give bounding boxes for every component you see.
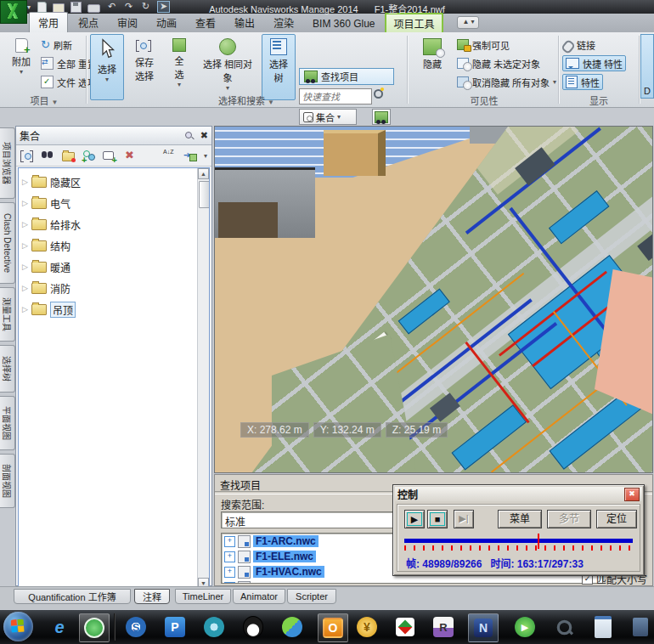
timeline-bar[interactable]: [404, 539, 633, 543]
select-button[interactable]: 选择 ▾: [90, 34, 124, 100]
pin-icon[interactable]: [184, 131, 194, 140]
orange-o-app-icon[interactable]: O: [318, 613, 348, 642]
coin-app-icon[interactable]: ¥: [355, 615, 379, 639]
save-icon[interactable]: [70, 2, 82, 13]
scroll-up-icon[interactable]: ▲: [198, 168, 209, 179]
timeline-marker[interactable]: [538, 534, 539, 549]
redo-icon[interactable]: ↷: [123, 2, 134, 12]
quick-properties-button[interactable]: 快捷 特性: [562, 55, 626, 71]
fetion-icon[interactable]: [280, 615, 304, 639]
viewport-3d[interactable]: X: 278.62 m Y: 132.24 m Z: 25.19 m: [214, 126, 653, 473]
set-folder-row[interactable]: ▷ 电气: [22, 195, 70, 212]
tencent-video-icon[interactable]: ▶: [513, 615, 537, 639]
menu-button[interactable]: 菜单: [498, 510, 542, 528]
save-search-as-set-icon[interactable]: [41, 149, 55, 162]
sidebar-tab-project-browser[interactable]: 项目浏览器: [0, 127, 15, 199]
expand-icon[interactable]: ▷: [22, 305, 28, 314]
sort-icon[interactable]: A↓Z: [163, 149, 178, 162]
set-folder-row[interactable]: ▷ 结构: [22, 237, 70, 254]
tab-scripter[interactable]: Scripter: [287, 589, 336, 604]
tab-bim360glue[interactable]: BIM 360 Glue: [304, 15, 383, 32]
select-all-button[interactable]: 全 选 ▾: [165, 34, 194, 100]
application-menu-button[interactable]: [0, 0, 27, 24]
expand-plus-icon[interactable]: +: [224, 551, 235, 562]
tab-animator[interactable]: Animator: [233, 589, 285, 604]
find-items-button[interactable]: 查找项目: [299, 68, 394, 85]
locate-button[interactable]: 定位: [596, 510, 637, 528]
select-same-button[interactable]: 选择 相同对象 ▾: [195, 34, 260, 100]
links-button[interactable]: 链接: [562, 37, 595, 52]
control-dialog-titlebar[interactable]: 控制 ✖: [395, 487, 642, 501]
calculator-icon[interactable]: [629, 615, 652, 639]
ribbon-minimize-button[interactable]: ▲▾: [457, 16, 479, 29]
quick-find-search-button[interactable]: [374, 89, 383, 100]
print-icon[interactable]: [87, 4, 100, 13]
save-selection-button[interactable]: 保存 选择: [126, 34, 163, 100]
pps-icon[interactable]: P: [163, 615, 187, 639]
duplicate-set-icon[interactable]: [82, 149, 96, 162]
notepad-icon[interactable]: [591, 615, 615, 639]
expand-plus-icon[interactable]: +: [224, 582, 235, 585]
tab-item-tools[interactable]: 项目工具: [385, 13, 443, 32]
sidebar-tab-selection-tree[interactable]: 选择树: [0, 345, 15, 393]
tab-quantification[interactable]: Quantification 工作簿: [14, 589, 131, 604]
qq-icon[interactable]: [241, 615, 265, 639]
scrollbar-thumb[interactable]: [199, 181, 210, 208]
tab-output[interactable]: 输出: [226, 13, 263, 32]
media-diamond-app-icon[interactable]: [393, 615, 417, 639]
delete-set-icon[interactable]: ✖: [122, 149, 137, 162]
expand-icon[interactable]: ▷: [22, 178, 28, 186]
tab-viewpoint[interactable]: 视点: [70, 13, 107, 32]
import-export-dropdown-icon[interactable]: ▾: [204, 152, 207, 160]
group-project-label[interactable]: 项目▼: [8, 93, 80, 105]
new-folder-icon[interactable]: [61, 149, 76, 162]
properties-button[interactable]: 特性: [562, 74, 603, 90]
append-button[interactable]: 附加 ▾: [5, 34, 37, 100]
tab-render[interactable]: 渲染: [265, 13, 302, 32]
tab-animation[interactable]: 动画: [148, 13, 185, 32]
snipping-tool-icon[interactable]: [552, 615, 576, 639]
browser-360-icon[interactable]: [79, 613, 110, 642]
datatools-button-partial[interactable]: D: [640, 34, 654, 99]
new-file-icon[interactable]: [37, 2, 47, 13]
internet-explorer-icon[interactable]: e: [48, 615, 71, 639]
refresh-qat-icon[interactable]: ↻: [140, 2, 151, 12]
sets-dropdown[interactable]: 集合 ▾: [299, 109, 357, 125]
set-folder-row[interactable]: ▷ 消防: [22, 280, 70, 297]
close-icon[interactable]: ✖: [624, 488, 640, 501]
set-folder-row[interactable]: ▷ 隐藏区: [22, 173, 81, 190]
refresh-button[interactable]: ↻ 刷新: [41, 37, 72, 52]
tab-view[interactable]: 查看: [187, 13, 224, 32]
save-selection-as-set-icon[interactable]: [20, 149, 35, 162]
unhide-all-button[interactable]: 取消隐藏 所有对象 ▾: [457, 75, 556, 89]
control-dialog[interactable]: 控制 ✖ ▶ ■ ▶| 菜单 多节 定位 帧: 48989/89266 时间: …: [392, 484, 645, 576]
application-menu-dropdown-icon[interactable]: ▾: [27, 3, 31, 11]
expand-icon[interactable]: ▷: [22, 241, 28, 250]
sidebar-tab-section-view[interactable]: 剖面视图: [0, 454, 15, 508]
sidebar-tab-clash-detective[interactable]: Clash Detective: [0, 202, 15, 284]
qq-player-icon[interactable]: [202, 615, 226, 639]
select-qat-icon[interactable]: ➤: [157, 1, 170, 13]
sidebar-tab-plan-view[interactable]: 平面视图: [0, 396, 15, 450]
navisworks-icon[interactable]: N: [468, 613, 499, 642]
revit-icon[interactable]: R: [431, 615, 455, 639]
play-button[interactable]: ▶: [404, 510, 425, 528]
tab-review[interactable]: 审阅: [109, 13, 146, 32]
tab-comments[interactable]: 注释: [134, 589, 170, 604]
file-options-button[interactable]: 文件 选项: [41, 75, 97, 89]
selection-tree-button[interactable]: 选择 树: [262, 34, 296, 100]
expand-plus-icon[interactable]: +: [224, 536, 235, 547]
tab-timeliner[interactable]: TimeLiner: [175, 589, 231, 604]
set-folder-row-selected[interactable]: ▷ 吊顶: [22, 301, 76, 318]
open-file-icon[interactable]: [53, 3, 65, 13]
group-select-label[interactable]: 选择和搜索▼: [170, 93, 323, 105]
sets-scrollbar[interactable]: ▲ ▼: [197, 168, 209, 589]
expand-icon[interactable]: ▷: [22, 220, 28, 229]
sogou-icon[interactable]: S: [124, 615, 148, 639]
stop-button[interactable]: ■: [427, 510, 448, 528]
set-folder-row[interactable]: ▷ 暖通: [22, 258, 70, 275]
import-export-icon[interactable]: [183, 149, 198, 162]
start-button[interactable]: [3, 612, 33, 641]
hide-unselected-button[interactable]: 隐藏 未选定对象: [457, 56, 540, 71]
expand-plus-icon[interactable]: +: [224, 567, 235, 578]
